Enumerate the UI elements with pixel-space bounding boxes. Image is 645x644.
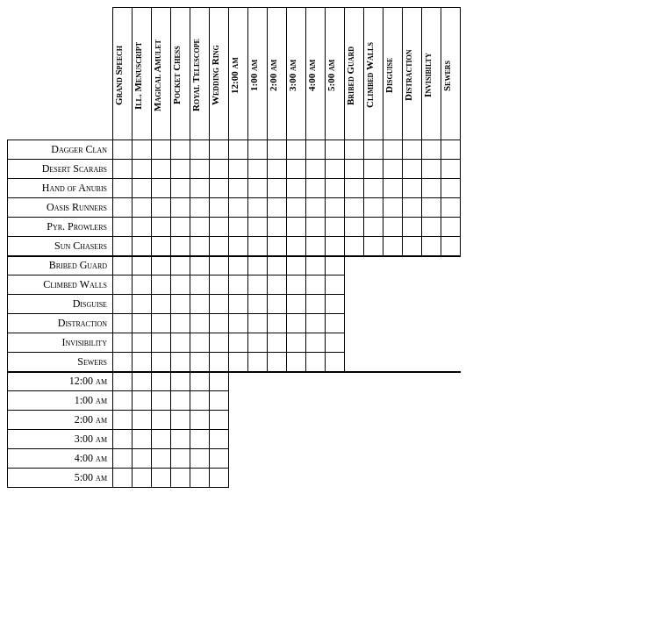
data-cell-r17-c0[interactable]: [113, 469, 133, 488]
data-cell-r11-c16[interactable]: [422, 353, 441, 372]
data-cell-r6-c15[interactable]: [403, 256, 422, 275]
data-cell-r17-c3[interactable]: [171, 469, 190, 488]
data-cell-r1-c10[interactable]: [306, 160, 326, 179]
data-cell-r5-c11[interactable]: [326, 237, 345, 256]
data-cell-r2-c5[interactable]: [210, 179, 229, 198]
data-cell-r7-c1[interactable]: [133, 275, 152, 295]
data-cell-r2-c7[interactable]: [248, 179, 268, 198]
data-cell-r8-c4[interactable]: [190, 295, 210, 314]
data-cell-r12-c6[interactable]: [229, 372, 248, 391]
data-cell-r13-c3[interactable]: [171, 391, 190, 411]
data-cell-r2-c0[interactable]: [113, 179, 133, 198]
data-cell-r2-c4[interactable]: [190, 179, 210, 198]
data-cell-r4-c11[interactable]: [326, 218, 345, 237]
data-cell-r10-c10[interactable]: [306, 333, 326, 353]
data-cell-r4-c16[interactable]: [422, 218, 441, 237]
data-cell-r8-c7[interactable]: [248, 295, 268, 314]
data-cell-r8-c2[interactable]: [152, 295, 171, 314]
data-cell-r5-c5[interactable]: [210, 237, 229, 256]
data-cell-r2-c16[interactable]: [422, 179, 441, 198]
data-cell-r7-c7[interactable]: [248, 275, 268, 295]
data-cell-r0-c15[interactable]: [403, 140, 422, 160]
data-cell-r2-c3[interactable]: [171, 179, 190, 198]
data-cell-r13-c4[interactable]: [190, 391, 210, 411]
data-cell-r17-c8[interactable]: [268, 469, 287, 488]
data-cell-r10-c17[interactable]: [441, 333, 461, 353]
data-cell-r2-c1[interactable]: [133, 179, 152, 198]
data-cell-r12-c8[interactable]: [268, 372, 287, 391]
data-cell-r6-c8[interactable]: [268, 256, 287, 275]
data-cell-r14-c7[interactable]: [248, 411, 268, 430]
data-cell-r16-c5[interactable]: [210, 449, 229, 469]
data-cell-r5-c8[interactable]: [268, 237, 287, 256]
data-cell-r14-c1[interactable]: [133, 411, 152, 430]
data-cell-r14-c14[interactable]: [383, 411, 403, 430]
data-cell-r15-c15[interactable]: [403, 430, 422, 449]
data-cell-r9-c12[interactable]: [345, 314, 364, 333]
data-cell-r5-c17[interactable]: [441, 237, 461, 256]
data-cell-r13-c1[interactable]: [133, 391, 152, 411]
data-cell-r16-c16[interactable]: [422, 449, 441, 469]
data-cell-r2-c9[interactable]: [287, 179, 306, 198]
data-cell-r14-c3[interactable]: [171, 411, 190, 430]
data-cell-r11-c12[interactable]: [345, 353, 364, 372]
data-cell-r3-c6[interactable]: [229, 198, 248, 218]
data-cell-r5-c7[interactable]: [248, 237, 268, 256]
data-cell-r7-c8[interactable]: [268, 275, 287, 295]
data-cell-r16-c4[interactable]: [190, 449, 210, 469]
data-cell-r12-c3[interactable]: [171, 372, 190, 391]
data-cell-r9-c5[interactable]: [210, 314, 229, 333]
data-cell-r4-c10[interactable]: [306, 218, 326, 237]
data-cell-r0-c5[interactable]: [210, 140, 229, 160]
data-cell-r6-c1[interactable]: [133, 256, 152, 275]
data-cell-r15-c9[interactable]: [287, 430, 306, 449]
data-cell-r9-c16[interactable]: [422, 314, 441, 333]
data-cell-r7-c12[interactable]: [345, 275, 364, 295]
data-cell-r4-c12[interactable]: [345, 218, 364, 237]
data-cell-r10-c9[interactable]: [287, 333, 306, 353]
data-cell-r15-c10[interactable]: [306, 430, 326, 449]
data-cell-r12-c5[interactable]: [210, 372, 229, 391]
data-cell-r10-c4[interactable]: [190, 333, 210, 353]
data-cell-r10-c8[interactable]: [268, 333, 287, 353]
data-cell-r17-c12[interactable]: [345, 469, 364, 488]
data-cell-r15-c14[interactable]: [383, 430, 403, 449]
data-cell-r12-c12[interactable]: [345, 372, 364, 391]
data-cell-r11-c4[interactable]: [190, 353, 210, 372]
data-cell-r11-c6[interactable]: [229, 353, 248, 372]
data-cell-r12-c15[interactable]: [403, 372, 422, 391]
data-cell-r9-c9[interactable]: [287, 314, 306, 333]
data-cell-r16-c10[interactable]: [306, 449, 326, 469]
data-cell-r12-c1[interactable]: [133, 372, 152, 391]
data-cell-r14-c15[interactable]: [403, 411, 422, 430]
data-cell-r13-c16[interactable]: [422, 391, 441, 411]
data-cell-r11-c7[interactable]: [248, 353, 268, 372]
data-cell-r8-c6[interactable]: [229, 295, 248, 314]
data-cell-r10-c16[interactable]: [422, 333, 441, 353]
data-cell-r3-c16[interactable]: [422, 198, 441, 218]
data-cell-r0-c11[interactable]: [326, 140, 345, 160]
data-cell-r17-c4[interactable]: [190, 469, 210, 488]
data-cell-r16-c6[interactable]: [229, 449, 248, 469]
data-cell-r14-c6[interactable]: [229, 411, 248, 430]
data-cell-r0-c16[interactable]: [422, 140, 441, 160]
data-cell-r13-c6[interactable]: [229, 391, 248, 411]
data-cell-r0-c0[interactable]: [113, 140, 133, 160]
data-cell-r6-c10[interactable]: [306, 256, 326, 275]
data-cell-r13-c12[interactable]: [345, 391, 364, 411]
data-cell-r11-c3[interactable]: [171, 353, 190, 372]
data-cell-r13-c17[interactable]: [441, 391, 461, 411]
data-cell-r11-c11[interactable]: [326, 353, 345, 372]
data-cell-r4-c5[interactable]: [210, 218, 229, 237]
data-cell-r13-c2[interactable]: [152, 391, 171, 411]
data-cell-r5-c15[interactable]: [403, 237, 422, 256]
data-cell-r5-c14[interactable]: [383, 237, 403, 256]
data-cell-r14-c17[interactable]: [441, 411, 461, 430]
data-cell-r6-c4[interactable]: [190, 256, 210, 275]
data-cell-r5-c0[interactable]: [113, 237, 133, 256]
data-cell-r7-c3[interactable]: [171, 275, 190, 295]
data-cell-r2-c15[interactable]: [403, 179, 422, 198]
data-cell-r11-c5[interactable]: [210, 353, 229, 372]
data-cell-r1-c14[interactable]: [383, 160, 403, 179]
data-cell-r6-c17[interactable]: [441, 256, 461, 275]
